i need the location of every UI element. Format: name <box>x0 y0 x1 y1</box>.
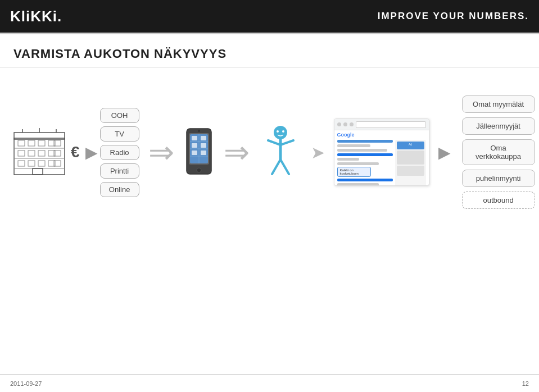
person-svg <box>260 125 302 178</box>
building-illustration <box>11 127 67 177</box>
svg-rect-17 <box>38 161 45 166</box>
svg-rect-5 <box>18 140 25 146</box>
dot2 <box>343 122 347 126</box>
svg-rect-37 <box>192 151 197 155</box>
search-sidebar: Ad <box>395 140 426 186</box>
channels-stack: OOHTVRadioPrinttiOnline <box>100 108 139 197</box>
svg-point-39 <box>274 126 287 139</box>
diagram: € ▶ OOHTVRadioPrinttiOnline ⇒ <box>6 95 533 209</box>
euro-symbol: € <box>71 143 80 161</box>
channel-box-online: Online <box>100 182 139 197</box>
svg-point-27 <box>198 130 200 132</box>
search-body: Kaikki on kosketuksen Ad <box>334 138 429 186</box>
svg-rect-33 <box>192 136 197 140</box>
phone-illustration <box>184 127 214 177</box>
arrow-4: ➤ <box>311 143 325 162</box>
svg-rect-20 <box>33 168 43 175</box>
svg-rect-11 <box>28 151 35 156</box>
footer-date: 2011-09-27 <box>10 380 42 387</box>
title-area: VARMISTA AUKOTON NÄKYVYYS <box>0 34 539 67</box>
logo: KliKKi. <box>10 8 62 25</box>
svg-rect-15 <box>18 161 25 166</box>
dot1 <box>337 122 341 126</box>
result-line-6 <box>337 162 379 165</box>
result-line-1 <box>337 140 393 143</box>
page-title: VARMISTA AUKOTON NÄKYVYYS <box>13 47 526 61</box>
result-line-7 <box>337 179 393 181</box>
result-line-2 <box>337 144 370 147</box>
channel-box-printti: Printti <box>100 163 139 179</box>
url-bar <box>356 121 426 128</box>
search-highlight: Kaikki on kosketuksen <box>337 167 371 177</box>
phone-svg <box>184 127 214 175</box>
svg-rect-7 <box>38 140 45 146</box>
arrow-2: ⇒ <box>148 137 174 168</box>
outcome-box-jälleenmyyjät: Jälleenmyyjät <box>462 117 535 135</box>
svg-point-26 <box>197 168 201 172</box>
google-logo: Google <box>334 130 429 138</box>
svg-rect-10 <box>18 151 25 156</box>
svg-line-42 <box>280 140 293 145</box>
person-illustration <box>260 125 302 180</box>
search-result-mock: Google Kaikki on kosketuksen <box>334 118 429 186</box>
svg-point-46 <box>282 130 284 133</box>
svg-rect-36 <box>201 143 206 148</box>
ad-box: Ad <box>397 142 424 149</box>
tagline: IMPROVE YOUR NUMBERS. <box>378 11 529 22</box>
svg-point-45 <box>277 130 279 133</box>
dot3 <box>350 122 354 126</box>
svg-rect-6 <box>28 140 35 146</box>
arrow-1: ▶ <box>85 143 98 162</box>
outcome-box-outbound: outbound <box>462 192 535 209</box>
result-line-4 <box>337 153 393 156</box>
svg-line-44 <box>280 159 289 174</box>
result-line-8 <box>337 183 379 186</box>
building-svg <box>11 127 67 177</box>
search-results: Kaikki on kosketuksen <box>337 140 393 186</box>
search-mock-box: Google Kaikki on kosketuksen <box>334 118 429 186</box>
header: KliKKi. IMPROVE YOUR NUMBERS. <box>0 0 539 33</box>
footer: 2011-09-27 12 <box>0 374 539 392</box>
arrow-3: ⇒ <box>224 137 250 168</box>
result-line-3 <box>337 149 387 152</box>
outcomes-stack: Omat myymälätJälleenmyyjätOma verkkokaup… <box>462 95 535 209</box>
outcome-box-oma-verkkokauppa: Oma verkkokauppa <box>462 139 535 165</box>
img2 <box>397 166 424 176</box>
svg-line-41 <box>268 140 280 145</box>
svg-line-43 <box>272 159 280 174</box>
outcome-box-puhelinmyynti: puhelinmyynti <box>462 170 535 187</box>
search-mock-bar <box>334 119 429 130</box>
main-content: € ▶ OOHTVRadioPrinttiOnline ⇒ <box>0 67 539 388</box>
svg-rect-12 <box>38 151 45 156</box>
arrow-5: ▶ <box>438 143 451 162</box>
svg-rect-16 <box>28 161 35 166</box>
outcome-box-omat-myymälät: Omat myymälät <box>462 95 535 113</box>
channel-box-ooh: OOH <box>100 108 139 123</box>
footer-page: 12 <box>522 380 529 387</box>
result-line-5 <box>337 158 360 161</box>
channel-box-radio: Radio <box>100 145 139 160</box>
svg-rect-38 <box>201 151 206 155</box>
channel-box-tv: TV <box>100 126 139 142</box>
svg-rect-35 <box>192 143 197 148</box>
svg-rect-34 <box>201 136 206 140</box>
img1 <box>397 151 424 165</box>
